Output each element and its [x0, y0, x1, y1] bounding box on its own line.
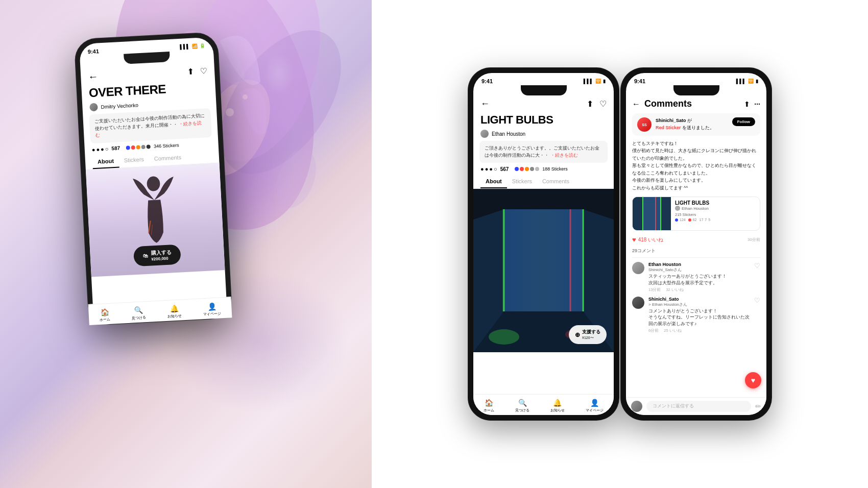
notif-text-block: Shinichi_Sato が Red Sticker を送りました。	[656, 117, 728, 131]
search-nav-icon: 🔍	[134, 306, 143, 314]
phone2-status-bar: 9:41 ▌▌▌ 🛜 ▮	[473, 73, 614, 86]
phone2-nav-discover[interactable]: 🔍 見つける	[515, 399, 529, 413]
phone2-header-icons: ⬆ ♡	[587, 99, 607, 109]
phone2-bell-icon: 🔔	[553, 399, 562, 407]
phone2-tab-stickers[interactable]: Stickers	[507, 175, 537, 188]
phone1-author-avatar	[89, 103, 98, 111]
phone2-signal-icon: ▌▌▌	[584, 79, 593, 84]
phone2-screen: 9:41 ▌▌▌ 🛜 ▮ ← ⬆ ♡ LIGHT BULBS	[473, 73, 614, 415]
comment1-author: Ethan Houston	[648, 262, 750, 267]
phone2-home-icon: 🏠	[485, 399, 493, 407]
phone2-stickers-count: 188 Stickers	[542, 166, 568, 172]
battery-icon: 🔋	[199, 43, 205, 48]
comment2-mention: > Ethan Houstonさん	[648, 302, 750, 307]
phone1-artwork-image: 🛍 購入する ¥200,000	[86, 163, 225, 277]
phone2-back-arrow[interactable]: ←	[480, 99, 490, 109]
post-timestamp: 30分前	[748, 237, 760, 242]
bookmark-dots: ●●●○	[92, 145, 109, 153]
phone2-tab-about[interactable]: About	[480, 175, 507, 188]
phone3-back-arrow[interactable]: ←	[632, 100, 640, 109]
phone2-search-icon: 🔍	[518, 399, 527, 407]
back-arrow-icon[interactable]: ←	[88, 70, 99, 83]
phone2-tabs: About Stickers Comments	[473, 175, 614, 189]
phone3-body: 9:41 ▌▌▌ 🛜 ▮ ← Comments ⬆ ···	[621, 68, 771, 420]
person-nav-icon: 👤	[207, 302, 216, 311]
phone2-stat-count: 567	[500, 166, 509, 172]
phone2-bookmark-dots: ●●●○	[480, 166, 497, 172]
comment-item-2: Shinichi_Sato > Ethan Houstonさん コメントありがと…	[626, 295, 766, 335]
send-icon[interactable]: ✏	[755, 402, 761, 410]
tab-comments[interactable]: Comments	[149, 151, 186, 166]
notif-username: Shinichi_Sato	[656, 118, 686, 123]
bag-icon: 🛍	[143, 253, 149, 259]
phone1-stickers-count: 346 Stickers	[154, 142, 179, 149]
phone2-support-button[interactable]: ⊕ 支援する ¥120〜	[569, 325, 607, 344]
share-icon[interactable]: ⬆	[187, 67, 195, 77]
phone3-notch	[673, 85, 719, 95]
tab-about[interactable]: About	[92, 154, 119, 169]
comment1-text: スティッカーありがとうございます！次回は大型作品を展示予定です。	[648, 273, 750, 286]
phone2-nav-mypage[interactable]: 👤 マイページ	[586, 399, 604, 413]
nav-notification[interactable]: 🔔 お知らせ	[167, 304, 182, 319]
svg-point-7	[269, 144, 324, 214]
notif-item: Red Sticker	[656, 125, 681, 130]
phone2-author-row: Ethan Houston	[473, 128, 614, 141]
phone3-more-icon[interactable]: ···	[754, 100, 760, 108]
svg-point-11	[147, 176, 160, 191]
phone1-status-icons: ▌▌▌ 📶 🔋	[180, 43, 205, 50]
signal-icon: ▌▌▌	[180, 44, 190, 50]
nav-discover[interactable]: 🔍 見つける	[131, 306, 146, 320]
phone2-title: LIGHT BULBS	[473, 112, 614, 128]
red-float-heart-button[interactable]: ♥	[745, 372, 761, 388]
likes-count: ♥ 418 いいね	[632, 236, 663, 243]
buy-button[interactable]: 🛍 購入する ¥200,000	[133, 244, 181, 266]
comment2-heart-icon[interactable]: ♡	[754, 297, 760, 304]
phone2-time: 9:41	[481, 78, 493, 84]
phone3-header-title: Comments	[644, 99, 740, 109]
comment2-meta: 6分前 25 いいね	[648, 328, 750, 333]
notification-card: SS Shinichi_Sato が Red Sticker を送りました。 F…	[632, 113, 760, 136]
phone2-description: ご頂きありがとうございます。。ご支援いただいたお金は今後の制作活動の為に大・・ …	[479, 141, 608, 163]
phone3-share-icon[interactable]: ⬆	[744, 100, 750, 108]
phone2-body: 9:41 ▌▌▌ 🛜 ▮ ← ⬆ ♡ LIGHT BULBS	[468, 68, 619, 420]
left-panel: 9:41 ▌▌▌ 📶 🔋 ← ⬆ ♡	[0, 0, 372, 488]
phone2-tab-comments[interactable]: Comments	[537, 175, 574, 188]
svg-rect-29	[643, 197, 661, 230]
comments-count: 29コメント	[626, 247, 766, 255]
comments-divider	[632, 257, 760, 258]
phone2-status-icons: ▌▌▌ 🛜 ▮	[584, 79, 606, 84]
tab-stickers[interactable]: Stickers	[118, 153, 149, 167]
phone2-author-avatar	[480, 130, 489, 138]
comment-input-field[interactable]: コメントに返信する	[646, 401, 751, 412]
follow-button[interactable]: Follow	[732, 117, 755, 126]
phone2-nav-home[interactable]: 🏠 ホーム	[484, 399, 494, 413]
right-panel: 9:41 ▌▌▌ 🛜 ▮ ← ⬆ ♡ LIGHT BULBS	[372, 0, 868, 488]
heart-filled-icon: ♥	[632, 236, 636, 243]
phone1-wrapper: 9:41 ▌▌▌ 📶 🔋 ← ⬆ ♡	[75, 32, 232, 325]
artwork-card-author: Ethan Houston	[675, 206, 756, 211]
color-dots-row	[126, 144, 151, 150]
figure-silhouette	[127, 170, 182, 254]
wifi-icon: 📶	[191, 43, 198, 49]
phone2-person-icon: 👤	[590, 399, 599, 407]
artwork-thumb-svg	[633, 197, 671, 230]
nav-home[interactable]: 🏠 ホーム	[99, 308, 110, 321]
heart-icon[interactable]: ♡	[200, 66, 208, 76]
bell-nav-icon: 🔔	[170, 304, 179, 313]
comment1-content: Ethan Houston Shinichi_Satoさん スティッカーありがと…	[648, 262, 750, 292]
phone2-battery-icon: ▮	[603, 79, 606, 84]
comment2-text: コメントありがとうございます！そうなんですね。リーフレットに告知されいた次回の展…	[648, 308, 750, 327]
nav-mypage[interactable]: 👤 マイページ	[203, 302, 221, 317]
phone2-read-more[interactable]: ・続きを読む	[550, 153, 578, 158]
phone1-body: 9:41 ▌▌▌ 📶 🔋 ← ⬆ ♡	[75, 32, 232, 325]
svg-rect-21	[504, 209, 583, 311]
comment-body-text: とてもステキですね！ 僕が初めて見た時は、大きな紙にクレヨンに伸び伸び描かれてい…	[626, 137, 766, 194]
artwork-stats-row: 215 Stickers	[675, 212, 756, 217]
phone2-heart-icon[interactable]: ♡	[599, 99, 607, 109]
phone2-nav-notification[interactable]: 🔔 お知らせ	[550, 399, 565, 413]
phone1-stat-count: 587	[111, 145, 120, 151]
phone1-bottom-nav: 🏠 ホーム 🔍 見つける 🔔 お知らせ 👤 マイページ	[88, 297, 227, 320]
phone3-status-icons: ▌▌▌ 🛜 ▮	[736, 79, 758, 84]
phone2-share-icon[interactable]: ⬆	[587, 99, 593, 109]
comment1-heart-icon[interactable]: ♡	[754, 262, 760, 270]
